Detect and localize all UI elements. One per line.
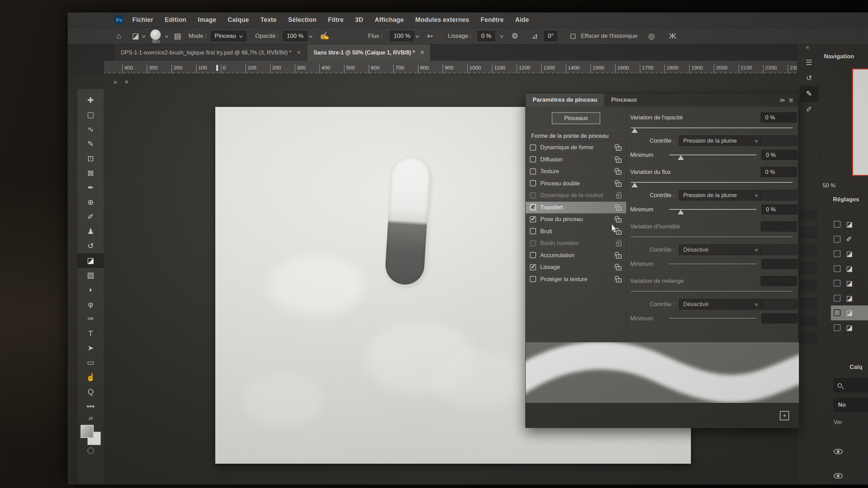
option-checkbox[interactable] [530, 204, 536, 210]
erase-history-checkbox[interactable] [570, 34, 576, 39]
panel-menu-icon[interactable]: ≣ [789, 97, 793, 103]
layer-row[interactable] [834, 464, 868, 485]
brush-option-row[interactable]: Transfert [526, 202, 626, 214]
brush-option-row[interactable]: Dynamique de la couleur [526, 190, 626, 202]
history-checkbox[interactable] [834, 309, 841, 316]
brush-option-row[interactable]: Protéger la texture [526, 274, 626, 286]
navigation-thumbnail[interactable] [852, 68, 868, 176]
slider-thumb[interactable] [632, 128, 638, 133]
jitter-slider[interactable] [631, 289, 793, 294]
slider-thumb[interactable] [632, 183, 638, 187]
history-checkbox[interactable] [834, 250, 841, 257]
marquee-tool[interactable]: ▢ [77, 108, 104, 122]
slice-tool[interactable]: ⊠ [77, 166, 104, 180]
smoothing-value[interactable]: 0 % [477, 31, 495, 41]
pen-tool[interactable]: ✑ [77, 312, 104, 326]
chevron-down-icon[interactable]: ∨ [308, 28, 313, 44]
brush-option-row[interactable]: Dynamique de forme [526, 142, 626, 154]
home-icon[interactable]: ⌂ [116, 28, 121, 44]
lock-icon[interactable] [616, 254, 621, 259]
jitter-value-box[interactable]: 0 % [761, 167, 797, 177]
eraser-tool[interactable]: ◪ [77, 253, 104, 268]
history-checkbox[interactable] [834, 265, 841, 272]
minimum-slider[interactable] [669, 207, 757, 212]
eyedropper-tool[interactable]: ✒ [77, 180, 104, 195]
minimum-value-box[interactable] [761, 313, 798, 323]
option-checkbox[interactable] [530, 276, 536, 282]
option-checkbox[interactable] [530, 228, 536, 234]
control-dropdown[interactable]: Désactivé ∨ [679, 299, 761, 310]
slider-thumb[interactable] [678, 210, 684, 214]
history-state-row[interactable]: ◪ [831, 246, 868, 261]
adjustment-icon[interactable] [799, 226, 818, 239]
history-checkbox[interactable] [834, 324, 841, 331]
brush-tip-shape-row[interactable]: Forme de la pointe de pinceau [526, 130, 626, 142]
adjustment-icon[interactable] [799, 208, 818, 221]
lock-icon[interactable] [616, 183, 621, 187]
history-state-row[interactable]: ◪ [831, 261, 868, 276]
brush-option-row[interactable]: Diffusion [526, 154, 626, 166]
lock-icon[interactable] [616, 159, 621, 163]
brush-option-row[interactable]: Bords humides [526, 237, 626, 250]
brushes-panel-icon[interactable]: ✐ [800, 102, 818, 117]
brush-option-row[interactable]: Pinceau double [526, 178, 626, 190]
lock-icon[interactable] [616, 146, 621, 151]
minimum-value-box[interactable] [761, 259, 798, 269]
collapse-dock-icon[interactable]: « [806, 44, 809, 51]
menu-item[interactable]: Image [198, 16, 216, 24]
adjustment-icon[interactable] [799, 244, 818, 257]
history-panel-icon[interactable]: ↺ [800, 70, 818, 86]
brush-angle-value[interactable]: 0° [544, 31, 557, 41]
option-checkbox[interactable] [530, 156, 536, 162]
expand-panel-icon[interactable]: » [114, 78, 117, 86]
history-state-row[interactable]: ◪ [831, 291, 868, 306]
lock-icon[interactable] [616, 207, 621, 211]
brush-tool[interactable]: ✐ [77, 210, 104, 224]
path-selection-tool[interactable]: ➤ [77, 341, 104, 355]
history-checkbox[interactable] [834, 236, 841, 243]
opacity-value[interactable]: 100 % [283, 31, 307, 41]
layer-row[interactable] [834, 439, 868, 464]
adjustment-icon[interactable] [799, 261, 818, 275]
clone-stamp-tool[interactable]: ♟ [77, 224, 104, 239]
option-checkbox[interactable] [530, 264, 536, 270]
jitter-value-box[interactable] [761, 221, 797, 232]
history-state-row[interactable]: ◪ [831, 305, 868, 320]
document-tab[interactable]: DPS-1-1-exercice2-brush_logique first tr… [115, 44, 307, 61]
flow-value[interactable]: 100 % [390, 31, 414, 41]
crop-tool[interactable]: ⊡ [77, 151, 104, 166]
history-checkbox[interactable] [834, 295, 841, 302]
menu-item[interactable]: Edition [165, 16, 186, 24]
slider-thumb[interactable] [678, 155, 684, 160]
brush-preset-picker[interactable]: 563 [150, 28, 161, 44]
tab-brushes[interactable]: Pinceaux [604, 93, 644, 107]
control-dropdown[interactable]: Pression de la plume ∨ [679, 190, 761, 201]
shape-tool[interactable]: ▭ [77, 355, 104, 370]
lock-icon[interactable] [616, 266, 621, 270]
history-checkbox[interactable] [834, 221, 841, 228]
lock-icon[interactable] [616, 194, 621, 199]
menu-item[interactable]: Texte [260, 16, 277, 24]
lock-icon[interactable] [616, 230, 621, 235]
chevron-down-icon[interactable]: ∨ [141, 28, 146, 44]
pressure-opacity-icon[interactable]: ✍ [320, 28, 329, 44]
menu-item[interactable]: Sélection [288, 16, 317, 24]
menu-item[interactable]: Fenêtre [481, 16, 503, 24]
adjustment-icon[interactable] [799, 332, 818, 345]
brush-settings-panel-icon[interactable]: ✎ [800, 86, 818, 102]
brush-option-row[interactable]: Bruit [526, 226, 626, 238]
foreground-color-swatch[interactable] [81, 425, 94, 438]
move-tool[interactable]: ✚ [77, 93, 104, 108]
layer-blend-mode-dropdown[interactable]: No [834, 398, 868, 411]
chevron-down-icon[interactable]: ∨ [164, 28, 169, 44]
close-icon[interactable]: × [125, 78, 128, 86]
minimum-value-box[interactable]: 0 % [761, 150, 798, 160]
adjustment-icon[interactable] [799, 314, 818, 328]
lock-icon[interactable] [616, 218, 621, 222]
jitter-slider[interactable] [631, 180, 793, 185]
paint-symmetry-icon[interactable]: Ж [669, 28, 676, 44]
chevron-down-icon[interactable]: ∨ [499, 28, 504, 44]
option-checkbox[interactable] [530, 180, 536, 186]
minimum-slider[interactable] [669, 152, 757, 158]
close-tab-icon[interactable]: × [297, 49, 301, 56]
